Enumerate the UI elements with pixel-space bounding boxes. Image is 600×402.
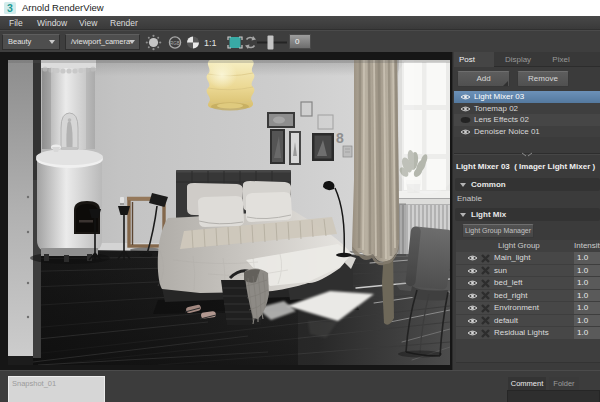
svg-text:RGB: RGB xyxy=(170,41,180,46)
svg-text:8: 8 xyxy=(336,130,344,146)
svg-text:1:1: 1:1 xyxy=(204,38,217,48)
svg-text:3: 3 xyxy=(7,2,13,14)
